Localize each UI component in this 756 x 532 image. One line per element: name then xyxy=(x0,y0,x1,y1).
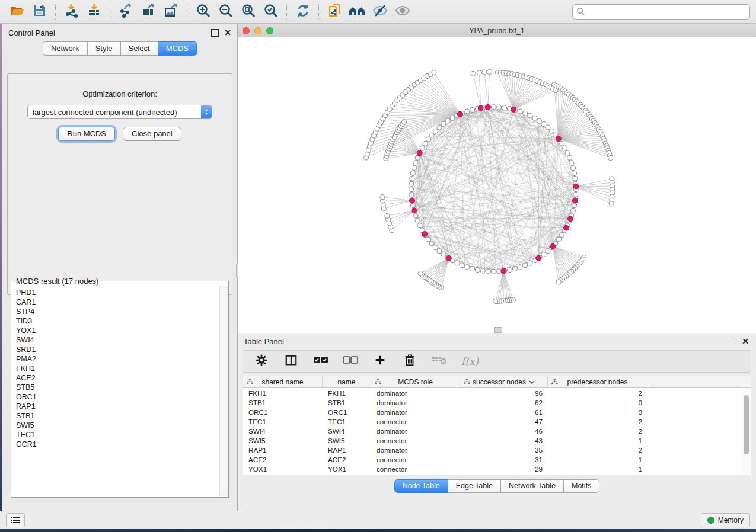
column-header-successor-nodes[interactable]: successor nodes xyxy=(460,376,548,387)
network-window-titlebar[interactable]: YPA_prune.txt_1 xyxy=(238,24,756,38)
mcds-result-item[interactable]: STB5 xyxy=(16,383,219,392)
show-column-panel-button[interactable] xyxy=(283,354,299,369)
canvas-splitter-grip[interactable] xyxy=(494,327,502,333)
table-row[interactable]: ACE2ACE2connector311 xyxy=(243,454,751,464)
float-table-panel-icon[interactable] xyxy=(729,338,736,345)
export-table-button[interactable] xyxy=(138,2,160,21)
save-session-button[interactable] xyxy=(28,2,51,21)
table-settings-gear-icon xyxy=(255,354,268,369)
mcds-result-item[interactable]: GCR1 xyxy=(16,440,219,449)
tab-mcds[interactable]: MCDS xyxy=(158,41,197,56)
select-all-rows-icon xyxy=(313,355,328,368)
close-panel-button[interactable]: Close panel xyxy=(123,127,181,141)
tab-network[interactable]: Network xyxy=(43,41,88,56)
delete-column-button[interactable] xyxy=(402,354,417,369)
network-view-window: YPA_prune.txt_1 xyxy=(238,24,756,333)
deselect-all-rows-button[interactable] xyxy=(343,354,358,369)
table-row[interactable]: ORC1ORC1dominator610 xyxy=(243,407,751,416)
export-image-icon xyxy=(164,3,179,21)
import-table-button[interactable] xyxy=(83,2,106,21)
mcds-result-item[interactable]: PHD1 xyxy=(16,288,219,297)
table-row[interactable]: STB1STB1dominator620 xyxy=(243,398,751,407)
search-box[interactable] xyxy=(572,4,750,20)
mcds-list-scrollbar[interactable] xyxy=(219,286,228,496)
mcds-result-item[interactable]: FKH1 xyxy=(16,364,219,373)
table-row[interactable]: SWI5SWI5connector431 xyxy=(243,435,751,445)
zoom-fit-button[interactable] xyxy=(237,2,260,21)
tab-style[interactable]: Style xyxy=(88,41,121,56)
close-panel-icon[interactable]: ✕ xyxy=(224,30,231,36)
table-row[interactable]: TEC1TEC1connector472 xyxy=(243,416,751,426)
mcds-result-item[interactable]: SWI5 xyxy=(16,421,219,430)
search-icon xyxy=(576,7,585,16)
select-all-rows-button[interactable] xyxy=(313,354,328,369)
node-table[interactable]: shared namenameMCDS rolesuccessor nodesp… xyxy=(243,376,751,475)
table-cell: dominator xyxy=(371,389,460,397)
tab-node-table[interactable]: Node Table xyxy=(394,479,448,493)
table-row[interactable]: PHD1PHD1dominator180 xyxy=(243,473,751,475)
table-row[interactable]: YOX1YOX1connector291 xyxy=(243,464,751,473)
apply-layout-button[interactable] xyxy=(292,2,314,21)
tab-motifs[interactable]: Motifs xyxy=(564,479,599,493)
column-header-MCDS-role[interactable]: MCDS role xyxy=(371,376,460,387)
show-column-panel-icon xyxy=(285,354,298,369)
table-cell: 46 xyxy=(460,427,548,435)
table-cell: ACE2 xyxy=(323,456,371,463)
mcds-result-item[interactable]: YOX1 xyxy=(16,326,219,335)
new-network-from-selection-button[interactable] xyxy=(324,2,346,21)
open-file-button[interactable] xyxy=(6,2,28,21)
list-icon xyxy=(11,516,20,524)
network-window-title: YPA_prune.txt_1 xyxy=(238,27,756,35)
first-neighbors-button[interactable] xyxy=(346,2,369,21)
mcds-result-item[interactable]: TEC1 xyxy=(16,430,219,440)
export-network-button[interactable] xyxy=(115,2,138,21)
table-row[interactable]: RAP1RAP1dominator352 xyxy=(243,445,751,454)
network-canvas[interactable] xyxy=(238,37,756,333)
task-history-button[interactable] xyxy=(6,513,25,527)
mcds-result-item[interactable]: ACE2 xyxy=(16,373,219,383)
search-input[interactable] xyxy=(585,7,746,17)
table-settings-gear-button[interactable] xyxy=(254,354,269,369)
mcds-result-item[interactable]: RAP1 xyxy=(16,402,219,411)
mcds-result-item[interactable]: SWI4 xyxy=(16,335,219,345)
table-row[interactable]: SWI4SWI4dominator462 xyxy=(243,426,751,435)
memory-button[interactable]: Memory xyxy=(701,513,750,527)
mcds-result-item[interactable]: TID3 xyxy=(16,316,219,326)
import-network-button[interactable] xyxy=(60,2,83,21)
zoom-selected-button[interactable] xyxy=(260,2,282,21)
table-scrollbar-thumb[interactable] xyxy=(744,395,749,454)
table-cell: dominator xyxy=(371,427,460,435)
table-cell: 0 xyxy=(548,399,647,406)
table-row[interactable]: FKH1FKH1dominator962 xyxy=(243,388,751,398)
mcds-result-item[interactable]: CAR1 xyxy=(16,297,219,307)
column-header-name[interactable]: name xyxy=(323,376,371,387)
table-cell: 96 xyxy=(460,389,548,397)
mcds-result-item[interactable]: SRD1 xyxy=(16,345,219,354)
float-panel-icon[interactable] xyxy=(211,29,219,37)
mcds-result-list[interactable]: PHD1CAR1STP4TID3YOX1SWI4SRD1PMA2FKH1ACE2… xyxy=(12,287,219,496)
optimization-criterion-select[interactable]: largest connected component (undirected)… xyxy=(27,105,212,119)
zoom-out-button[interactable] xyxy=(215,2,237,21)
mcds-result-item[interactable]: STP4 xyxy=(16,307,219,316)
run-mcds-button[interactable]: Run MCDS xyxy=(58,127,115,141)
zoom-in-button[interactable] xyxy=(192,2,215,21)
delete-table-icon xyxy=(432,355,447,368)
tab-network-table[interactable]: Network Table xyxy=(501,479,564,493)
export-image-button[interactable] xyxy=(160,2,183,21)
mcds-result-item[interactable]: PMA2 xyxy=(16,354,219,364)
tab-select[interactable]: Select xyxy=(121,41,158,56)
table-cell: FKH1 xyxy=(323,389,371,397)
mcds-result-item[interactable]: STB1 xyxy=(16,411,219,421)
table-cell: 1 xyxy=(548,465,647,473)
network-graph[interactable] xyxy=(238,37,756,334)
table-scrollbar[interactable] xyxy=(742,388,750,474)
column-header-shared-name[interactable]: shared name xyxy=(243,376,323,387)
mcds-result-item[interactable]: ORC1 xyxy=(16,392,219,402)
hide-selected-button[interactable] xyxy=(369,2,391,21)
column-header-predecessor-nodes[interactable]: predecessor nodes xyxy=(548,376,647,387)
add-column-button[interactable] xyxy=(372,354,388,369)
close-table-panel-icon[interactable]: ✕ xyxy=(742,338,749,345)
column-label: shared name xyxy=(261,378,303,386)
show-all-button[interactable] xyxy=(391,2,414,21)
tab-edge-table[interactable]: Edge Table xyxy=(448,479,501,493)
